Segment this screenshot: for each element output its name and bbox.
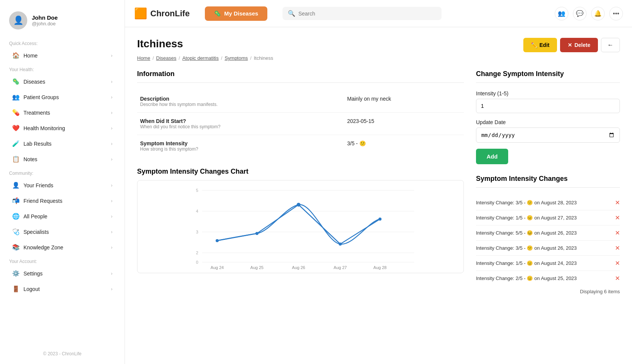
delete-button[interactable]: ✕ Delete xyxy=(560,38,598,52)
sidebar-item-label: Patient Groups xyxy=(23,94,59,100)
sidebar-item-label: Health Monitoring xyxy=(23,125,65,131)
community-label: Community: xyxy=(0,167,125,177)
chart-svg: 5 4 3 2 0 xyxy=(144,187,457,270)
knowledge-icon: 📚 xyxy=(12,244,20,251)
list-item-text: Intensity Change: 2/5 - 😐 on August 25, … xyxy=(476,275,577,281)
breadcrumb-home[interactable]: Home xyxy=(137,55,150,61)
chat-nav-button[interactable]: 💬 xyxy=(573,7,587,20)
chevron-icon: › xyxy=(111,157,112,162)
chevron-icon: › xyxy=(111,95,112,100)
sidebar-item-label: Treatments xyxy=(23,110,50,116)
info-label: Symptom Intensity xyxy=(140,140,341,146)
quick-access-label: Quick Access: xyxy=(0,37,125,48)
sidebar-item-treatments[interactable]: 💊 Treatments › xyxy=(3,105,122,120)
logout-icon: 🚪 xyxy=(12,285,20,292)
divider xyxy=(476,82,620,83)
sidebar-item-friend-requests[interactable]: 📬 Friend Requests › xyxy=(3,193,122,208)
svg-text:4: 4 xyxy=(196,209,198,213)
notes-icon: 📋 xyxy=(12,156,20,163)
health-monitoring-icon: ❤️ xyxy=(12,124,20,132)
diseases-icon: 🦠 xyxy=(12,78,20,85)
intensity-changes-list: Intensity Change: 3/5 - 😕 on August 28, … xyxy=(476,195,620,286)
chart-point xyxy=(297,203,301,207)
back-button[interactable]: ← xyxy=(601,38,620,52)
home-icon: 🏠 xyxy=(12,52,20,59)
chevron-icon: › xyxy=(111,286,112,292)
search-bar[interactable]: 🔍 xyxy=(282,7,442,20)
chart-section: Symptom Intensity Changes Chart 5 4 xyxy=(137,168,464,273)
avatar: 👤 xyxy=(9,11,27,30)
search-input[interactable] xyxy=(298,11,436,17)
remove-button[interactable]: ✕ xyxy=(615,199,620,206)
sidebar-item-specialists[interactable]: 🩺 Specialists › xyxy=(3,224,122,239)
logo-icon: 🟧 xyxy=(134,7,147,20)
svg-text:3: 3 xyxy=(196,230,198,234)
chart-point xyxy=(379,218,382,221)
sidebar-item-label: Diseases xyxy=(23,79,45,85)
date-input[interactable] xyxy=(476,128,620,143)
list-item-text: Intensity Change: 1/5 - 😐 on August 27, … xyxy=(476,215,577,221)
remove-button[interactable]: ✕ xyxy=(615,244,620,252)
add-button[interactable]: Add xyxy=(476,149,508,164)
notification-button[interactable]: 🔔 xyxy=(591,7,605,20)
user-handle: @john.doe xyxy=(32,21,58,26)
sidebar-item-health-monitoring[interactable]: ❤️ Health Monitoring › xyxy=(3,121,122,135)
remove-button[interactable]: ✕ xyxy=(615,275,620,282)
sidebar-item-your-friends[interactable]: 👤 Your Friends › xyxy=(3,178,122,193)
sidebar-item-home[interactable]: 🏠 Home › xyxy=(3,48,122,63)
more-options-button[interactable]: ••• xyxy=(609,7,623,20)
account-label: Your Account: xyxy=(0,255,125,266)
sidebar-item-patient-groups[interactable]: 👥 Patient Groups › xyxy=(3,90,122,104)
list-item: Intensity Change: 1/5 - 😐 on August 24, … xyxy=(476,256,620,271)
main-area: 🟧 ChronLife 🦠 My Diseases 🔍 👥 💬 🔔 ••• It… xyxy=(125,0,632,364)
chart-point xyxy=(339,243,342,246)
breadcrumb-atopic[interactable]: Atopic dermatitis xyxy=(182,55,218,61)
chart-title: Symptom Intensity Changes Chart xyxy=(137,168,464,176)
sidebar-item-label: Your Friends xyxy=(23,182,53,188)
sidebar-item-notes[interactable]: 📋 Notes › xyxy=(3,152,122,166)
sidebar-item-logout[interactable]: 🚪 Logout › xyxy=(3,282,122,296)
col-left: Information Description Describe how thi… xyxy=(137,70,464,305)
sidebar-item-lab-results[interactable]: 🧪 Lab Results › xyxy=(3,136,122,151)
logo-text: ChronLife xyxy=(150,9,190,19)
chevron-icon: › xyxy=(111,110,112,115)
svg-text:2: 2 xyxy=(196,250,198,255)
edit-button[interactable]: ✏️ Edit xyxy=(523,38,557,52)
chart-point xyxy=(256,232,259,235)
chevron-icon: › xyxy=(111,198,112,204)
intensity-input[interactable] xyxy=(476,99,620,113)
chart-x-label: Aug 27 xyxy=(334,265,347,270)
friends-icon: 👤 xyxy=(12,182,20,189)
breadcrumb-diseases[interactable]: Diseases xyxy=(156,55,176,61)
sidebar-item-diseases[interactable]: 🦠 Diseases › xyxy=(3,74,122,89)
breadcrumb-sep: / xyxy=(153,55,154,61)
patient-groups-icon: 👥 xyxy=(12,93,20,101)
sidebar-item-label: Logout xyxy=(23,286,40,292)
content-area: Itchiness ✏️ Edit ✕ Delete ← Home / Dise… xyxy=(125,27,632,364)
sidebar-item-knowledge-zone[interactable]: 📚 Knowledge Zone › xyxy=(3,240,122,255)
chevron-icon: › xyxy=(111,271,112,276)
remove-button[interactable]: ✕ xyxy=(615,229,620,236)
info-value: Mainly on my neck xyxy=(344,90,464,113)
page-title: Itchiness xyxy=(137,38,183,50)
info-section: Information Description Describe how thi… xyxy=(137,70,464,157)
chart-smooth-line xyxy=(217,205,380,244)
list-item-text: Intensity Change: 1/5 - 😐 on August 24, … xyxy=(476,260,577,266)
sidebar-item-settings[interactable]: ⚙️ Settings › xyxy=(3,266,122,281)
remove-button[interactable]: ✕ xyxy=(615,214,620,221)
info-label: Description xyxy=(140,96,341,102)
chevron-icon: › xyxy=(111,79,112,84)
treatments-icon: 💊 xyxy=(12,109,20,116)
sidebar-item-all-people[interactable]: 🌐 All People › xyxy=(3,209,122,224)
people-nav-button[interactable]: 👥 xyxy=(555,7,568,20)
sidebar-item-label: Settings xyxy=(23,271,43,277)
chart-line xyxy=(217,205,380,244)
breadcrumb-current: Itchiness xyxy=(254,55,273,61)
update-date-label: Update Date xyxy=(476,119,620,125)
breadcrumb-symptoms[interactable]: Symptoms xyxy=(225,55,248,61)
user-profile: 👤 John Doe @john.doe xyxy=(0,8,125,37)
info-sublabel: How strong is this symptom? xyxy=(140,146,341,152)
my-diseases-button[interactable]: 🦠 My Diseases xyxy=(205,6,267,21)
page-header: Itchiness ✏️ Edit ✕ Delete ← xyxy=(137,38,620,52)
remove-button[interactable]: ✕ xyxy=(615,260,620,267)
